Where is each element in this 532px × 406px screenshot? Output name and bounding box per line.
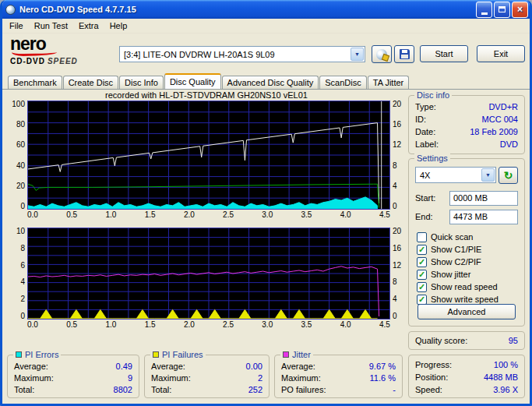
caption-text: PI Failures	[162, 350, 203, 359]
pi-errors-caption: PI Errors	[13, 350, 61, 359]
tick-label: 12	[393, 262, 406, 269]
start-button[interactable]: Start	[420, 45, 468, 62]
drive-select[interactable]: [3:4] LITE-ON DVDRW LH-20A1S 9L09 ▼	[119, 46, 365, 62]
tab-ta-jitter[interactable]: TA Jitter	[368, 76, 410, 89]
menu-file[interactable]: File	[4, 19, 29, 32]
checkbox-show-read-speed[interactable]: ✓ Show read speed	[417, 281, 521, 293]
chevron-down-icon[interactable]: ▼	[481, 168, 495, 182]
disc-icon	[5, 5, 16, 15]
tab-benchmark[interactable]: Benchmark	[8, 76, 62, 89]
jitter-swatch	[283, 351, 289, 358]
quality-chart-block: 100806040200 201612840 0.00.51.01.52.02.…	[7, 101, 406, 220]
max-value: 11.6 %	[370, 373, 396, 383]
jitter-chart-block: 1086420 201612840 0.00.51.01.52.02.53.03…	[7, 228, 406, 330]
tick-label: 3.5	[301, 320, 312, 330]
logo-speed: SPEED	[48, 57, 78, 65]
quality-chart	[27, 101, 390, 210]
scan-speed-select[interactable]: 4X ▼	[415, 167, 496, 183]
maximize-button[interactable]	[494, 2, 510, 18]
po-failures-label: PO failures:	[281, 385, 326, 394]
start-field-label: Start:	[415, 193, 435, 203]
title-bar[interactable]: Nero CD-DVD Speed 4.7.7.15 ×	[0, 0, 532, 19]
max-label: Maximum:	[151, 373, 191, 383]
disc-pencil-icon	[376, 49, 387, 60]
tab-disc-info[interactable]: Disc Info	[119, 76, 164, 89]
checkbox-show-c2-pif[interactable]: ✓ Show C2/PIF	[417, 256, 521, 268]
tick-label: 20	[7, 182, 25, 189]
position-value: 4488 MB	[484, 372, 518, 382]
checkbox-show-c1-pie[interactable]: ✓ Show C1/PIE	[417, 243, 521, 256]
disc-info-row-label: Label: DVD	[409, 138, 524, 150]
logo-cddvd: CD-DVD	[10, 57, 45, 65]
total-value: 252	[248, 385, 262, 394]
speed-label: Speed:	[415, 385, 442, 394]
chart-panel: recorded with HL-DT-STDVDRAM GH20NS10 vE…	[7, 90, 406, 330]
nero-logo-text: nero	[10, 35, 111, 53]
type-label: Type:	[415, 102, 436, 111]
jitter-chart-left-axis: 1086420	[7, 228, 27, 320]
stats-row: PI Errors Average:0.49 Maximum:9 Total:8…	[2, 350, 530, 401]
chevron-down-icon[interactable]: ▼	[351, 48, 364, 61]
settings-caption: Settings	[414, 154, 450, 163]
tick-label: 16	[393, 121, 406, 128]
checkbox-icon: ✓	[417, 282, 427, 292]
close-button[interactable]: ×	[512, 2, 528, 18]
tick-label: 4.0	[340, 210, 351, 220]
end-field-row: End: 4473 MB	[415, 209, 518, 224]
maximize-icon	[499, 6, 506, 12]
window-title: Nero CD-DVD Speed 4.7.7.15	[19, 5, 136, 14]
pi-failures-group: PI Failures Average:0.00 Maximum:2 Total…	[144, 355, 270, 398]
tab-disc-quality[interactable]: Disc Quality	[164, 73, 221, 89]
checkbox-icon: ✓	[417, 295, 427, 305]
tab-scandisc[interactable]: ScanDisc	[319, 76, 366, 89]
tick-label: 0	[7, 203, 25, 210]
series-read-speed	[28, 123, 379, 204]
checkbox-label: Show C2/PIF	[431, 257, 481, 267]
tick-label: 1.5	[145, 210, 156, 220]
checkbox-label: Show jitter	[431, 270, 470, 279]
advanced-button[interactable]: Advanced	[417, 304, 516, 320]
avg-value: 0.00	[246, 362, 262, 371]
tick-label: 100	[7, 101, 25, 108]
scan-speed-value: 4X	[420, 171, 430, 180]
avg-label: Average:	[151, 362, 185, 371]
total-label: Total:	[151, 385, 171, 394]
disc-info-row-date: Date: 18 Feb 2009	[409, 125, 524, 138]
settings-group: Settings 4X ▼ ↻ Start: 0000 MB End: 4473…	[408, 158, 525, 327]
menu-help[interactable]: Help	[104, 19, 133, 32]
start-mb-input[interactable]: 0000 MB	[449, 191, 518, 206]
end-field-label: End:	[415, 212, 433, 221]
tick-label: 2.0	[184, 320, 195, 330]
quality-score-label: Quality score:	[415, 336, 467, 345]
jitter-caption: Jitter	[280, 350, 313, 359]
menu-run-test[interactable]: Run Test	[29, 19, 73, 32]
tab-advanced-disc-quality[interactable]: Advanced Disc Quality	[222, 76, 319, 89]
tab-create-disc[interactable]: Create Disc	[63, 76, 118, 89]
pi-failures-caption: PI Failures	[150, 350, 206, 359]
tick-label: 16	[393, 245, 406, 252]
minimize-button[interactable]	[476, 2, 492, 18]
checkbox-show-jitter[interactable]: ✓ Show jitter	[417, 268, 521, 281]
checkbox-label: Show read speed	[431, 282, 498, 291]
max-value: 2	[258, 373, 262, 383]
exit-button[interactable]: Exit	[477, 45, 525, 62]
menu-extra[interactable]: Extra	[73, 19, 104, 32]
po-failures-value: -	[393, 385, 396, 394]
series-pi-errors	[28, 197, 378, 209]
main-content: recorded with HL-DT-STDVDRAM GH20NS10 vE…	[2, 90, 530, 350]
tick-label: 4	[7, 278, 25, 285]
save-button[interactable]	[394, 45, 414, 63]
disc-info-group: Disc info Type: DVD+R ID: MCC 004 Date: …	[408, 95, 525, 154]
tick-label: 0.0	[27, 320, 38, 330]
checkbox-quick-scan[interactable]: ✓ Quick scan	[417, 231, 521, 243]
series-pi-failures	[28, 309, 378, 319]
compare-button[interactable]	[372, 45, 392, 63]
refresh-button[interactable]: ↻	[499, 167, 518, 184]
pi-errors-group: PI Errors Average:0.49 Maximum:9 Total:8…	[7, 355, 139, 398]
disc-info-row-type: Type: DVD+R	[409, 101, 524, 113]
tick-label: 4	[393, 295, 406, 302]
end-mb-input[interactable]: 4473 MB	[449, 210, 518, 224]
tab-strip: Benchmark Create Disc Disc Info Disc Qua…	[2, 74, 530, 90]
date-label: Date:	[415, 127, 435, 136]
tick-label: 12	[393, 141, 406, 148]
